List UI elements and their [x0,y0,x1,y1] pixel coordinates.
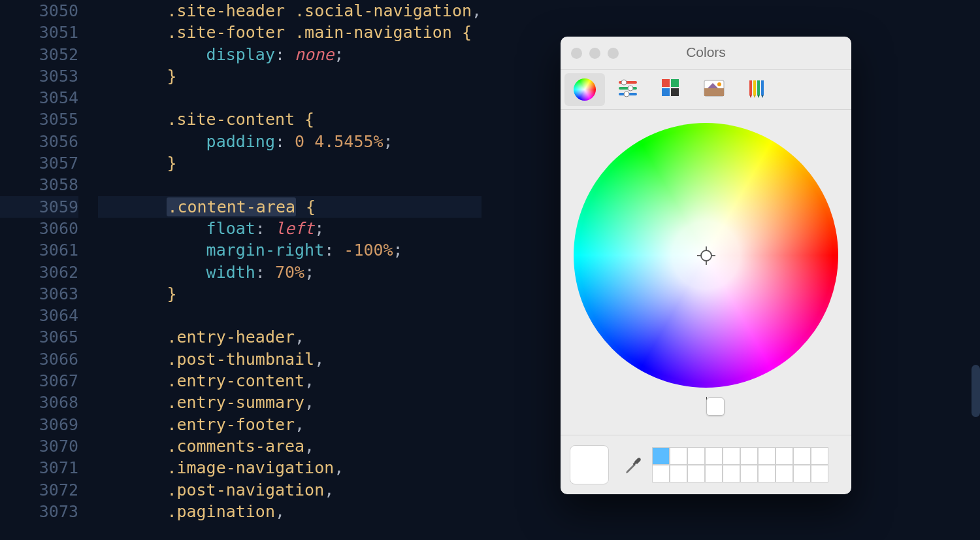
line-number: 3067 [0,370,78,392]
code-line[interactable] [98,87,482,109]
swatch-cell[interactable] [723,447,740,465]
code-line[interactable]: .site-header .social-navigation, [98,0,482,22]
svg-point-1 [621,80,627,85]
swatch-cell[interactable] [687,465,705,482]
line-number: 3060 [0,218,78,239]
swatch-cell[interactable] [740,465,758,482]
line-number: 3072 [0,479,78,501]
line-number: 3050 [0,0,78,22]
sliders-icon [616,76,640,103]
svg-point-3 [628,86,633,91]
code-line[interactable]: .entry-footer, [98,414,482,435]
code-line[interactable]: .entry-summary, [98,392,482,413]
svg-point-13 [717,82,721,86]
code-line[interactable]: .entry-content, [98,370,482,392]
image-tab[interactable] [694,73,734,106]
pencils-icon [745,76,769,103]
code-area[interactable]: .site-header .social-navigation, .site-f… [98,0,482,522]
line-number: 3062 [0,262,78,283]
svg-marker-18 [749,95,752,98]
swatch-cell[interactable] [723,465,740,482]
code-line[interactable]: .site-content { [98,109,482,130]
sliders-tab[interactable] [608,73,648,106]
code-line[interactable]: margin-right: -100%; [98,239,482,261]
color-wheel-tab[interactable] [564,73,605,106]
swatch-cell[interactable] [670,447,687,465]
swatch-cell[interactable] [687,447,705,465]
line-number: 3052 [0,44,78,65]
svg-rect-6 [662,79,670,87]
swatch-toolbar [561,435,851,494]
swatch-cell[interactable] [758,465,776,482]
line-number: 3068 [0,392,78,413]
image-icon [702,76,726,103]
swatch-cell[interactable] [811,447,828,465]
line-number: 3063 [0,283,78,305]
code-line[interactable]: .comments-area, [98,435,482,457]
swatch-cell[interactable] [652,465,670,482]
line-number: 3064 [0,305,78,326]
palettes-icon [659,76,683,103]
svg-marker-19 [753,95,756,98]
svg-rect-17 [761,80,764,95]
code-line[interactable]: } [98,152,482,174]
line-number: 3059 [0,196,78,218]
code-line[interactable]: padding: 0 4.5455%; [98,131,482,152]
color-wheel[interactable] [574,123,838,388]
line-number: 3056 [0,131,78,152]
pencils-tab[interactable] [737,73,777,106]
palettes-tab[interactable] [651,73,691,106]
line-number: 3053 [0,65,78,87]
svg-rect-9 [671,88,679,96]
line-number: 3071 [0,457,78,479]
current-color-swatch[interactable] [570,445,609,484]
saved-swatches [652,447,828,482]
swatch-cell[interactable] [670,465,687,482]
swatch-cell[interactable] [776,447,793,465]
titlebar[interactable]: Colors [561,37,851,70]
code-line[interactable] [98,305,482,326]
line-number-gutter: 3050305130523053305430553056305730583059… [0,0,95,522]
code-line[interactable]: .post-thumbnail, [98,348,482,370]
svg-rect-14 [749,80,752,95]
svg-rect-8 [662,88,670,96]
colors-panel[interactable]: Colors [561,37,851,494]
code-line[interactable]: } [98,283,482,305]
code-line[interactable] [98,174,482,195]
window-title: Colors [561,44,851,60]
code-line[interactable]: .content-area { [98,196,482,218]
swatch-cell[interactable] [740,447,758,465]
svg-rect-11 [704,88,724,96]
swatch-cell[interactable] [811,465,828,482]
line-number: 3057 [0,152,78,174]
eyedropper-icon[interactable] [622,454,644,476]
swatch-cell[interactable] [793,465,811,482]
code-line[interactable]: .entry-header, [98,326,482,348]
line-number: 3066 [0,348,78,370]
scrollbar-thumb[interactable] [972,365,980,417]
svg-rect-15 [753,80,756,95]
code-line[interactable]: display: none; [98,44,482,65]
line-number: 3069 [0,414,78,435]
code-line[interactable]: .site-footer .main-navigation { [98,22,482,43]
line-number: 3055 [0,109,78,130]
swatch-cell[interactable] [793,447,811,465]
swatch-cell[interactable] [776,465,793,482]
code-line[interactable]: .pagination, [98,501,482,522]
code-line[interactable]: } [98,65,482,87]
swatch-cell[interactable] [758,447,776,465]
swatch-cell[interactable] [705,447,723,465]
code-line[interactable]: .image-navigation, [98,457,482,479]
line-number: 3070 [0,435,78,457]
line-number: 3051 [0,22,78,43]
code-line[interactable]: width: 70%; [98,262,482,283]
svg-point-5 [624,92,629,97]
line-number: 3054 [0,87,78,109]
code-line[interactable]: .post-navigation, [98,479,482,501]
line-number: 3058 [0,174,78,195]
swatch-cell[interactable] [652,447,670,465]
brightness-knob[interactable] [706,397,725,416]
swatch-cell[interactable] [705,465,723,482]
code-line[interactable]: float: left; [98,218,482,239]
svg-marker-21 [761,95,764,98]
